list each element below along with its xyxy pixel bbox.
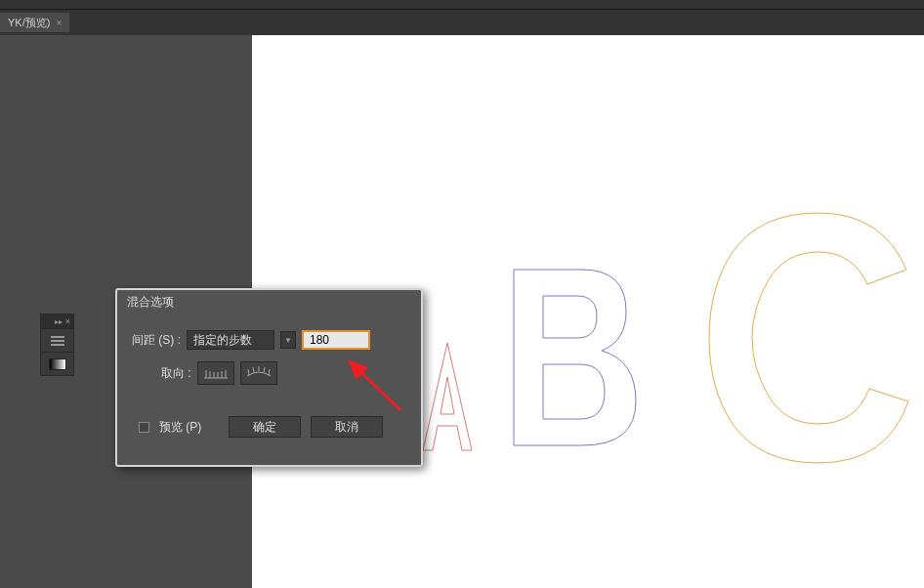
orientation-row: 取向 :: [117, 356, 421, 391]
spacing-row: 间距 (S) : 指定的步数 ▼: [117, 324, 421, 356]
preview-label: 预览 (P): [159, 419, 201, 436]
spacing-mode-dropdown[interactable]: 指定的步数: [187, 330, 274, 350]
gradient-swatch-icon: [49, 358, 66, 370]
close-icon[interactable]: ×: [65, 316, 70, 326]
cancel-button[interactable]: 取消: [311, 416, 383, 438]
dialog-title: 混合选项: [117, 290, 421, 315]
document-tab[interactable]: YK/预览) ×: [0, 13, 69, 32]
letter-a-outline: [418, 338, 477, 455]
hamburger-icon: [51, 336, 64, 346]
letter-b-outline: [504, 265, 651, 450]
panel-gradient-row[interactable]: [41, 352, 73, 375]
top-toolbar: [0, 0, 924, 10]
svg-line-11: [269, 369, 270, 375]
svg-line-7: [248, 369, 249, 375]
ok-button[interactable]: 确定: [229, 416, 301, 438]
blend-options-dialog: 混合选项 间距 (S) : 指定的步数 ▼ 取向 :: [115, 288, 423, 467]
tab-bar: YK/预览) ×: [0, 10, 924, 35]
svg-line-10: [264, 367, 265, 372]
align-to-path-button[interactable]: [240, 361, 277, 385]
tab-close-icon[interactable]: ×: [56, 18, 62, 28]
spacing-steps-input[interactable]: [302, 330, 370, 350]
tab-label: YK/预览): [8, 16, 50, 30]
dialog-content: 间距 (S) : 指定的步数 ▼ 取向 :: [117, 315, 421, 453]
spacing-label: 间距 (S) :: [132, 332, 181, 349]
panel-menu-row[interactable]: [41, 328, 73, 352]
button-row: 预览 (P) 确定 取消: [117, 410, 421, 443]
mini-panel[interactable]: ▸▸ ×: [40, 314, 74, 376]
orientation-label: 取向 :: [161, 365, 191, 382]
svg-line-8: [253, 367, 254, 372]
dropdown-arrow-icon[interactable]: ▼: [280, 331, 296, 349]
letter-c-outline: [701, 211, 916, 465]
collapse-icon[interactable]: ▸▸: [55, 317, 63, 326]
mini-panel-header: ▸▸ ×: [41, 315, 73, 328]
preview-checkbox[interactable]: [139, 422, 149, 433]
align-to-page-button[interactable]: [197, 361, 234, 385]
spacing-mode-value: 指定的步数: [193, 332, 252, 349]
